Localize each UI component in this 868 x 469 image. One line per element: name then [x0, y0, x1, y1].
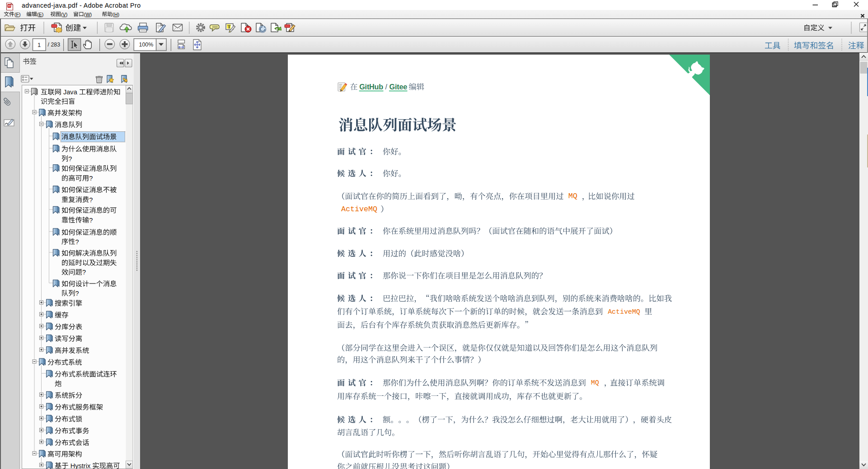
svg-text:ActiveMQ: ActiveMQ	[608, 308, 640, 316]
svg-text:?: ?	[89, 196, 93, 204]
svg-text:/: /	[383, 83, 389, 91]
svg-text:1: 1	[38, 42, 41, 48]
svg-text:?: ?	[82, 269, 86, 276]
svg-text:(H): (H)	[113, 12, 119, 17]
svg-text:100%: 100%	[139, 42, 154, 48]
svg-text:?: ?	[68, 155, 72, 163]
svg-text:GitHub: GitHub	[359, 83, 383, 91]
svg-text:advanced-java.pdf - Adobe Acro: advanced-java.pdf - Adobe Acrobat Pro	[22, 2, 141, 9]
svg-text:Hystrix: Hystrix	[69, 462, 93, 469]
svg-text:?: ?	[89, 175, 93, 182]
svg-text:?: ?	[75, 238, 79, 246]
svg-text:(V): (V)	[61, 12, 67, 17]
svg-text:/ 283: / 283	[48, 42, 61, 48]
svg-text:(F): (F)	[14, 12, 21, 17]
svg-text:?: ?	[89, 217, 93, 224]
svg-text:ActiveMQ: ActiveMQ	[341, 205, 377, 214]
svg-text:T: T	[228, 24, 231, 29]
svg-text:MQ: MQ	[591, 379, 599, 386]
svg-text:(E): (E)	[37, 12, 43, 17]
svg-text:(W): (W)	[84, 12, 92, 17]
svg-text:?: ?	[75, 290, 79, 297]
svg-text:Java: Java	[61, 88, 79, 96]
svg-text:Gitee: Gitee	[389, 83, 408, 91]
svg-text:MQ: MQ	[568, 192, 577, 200]
